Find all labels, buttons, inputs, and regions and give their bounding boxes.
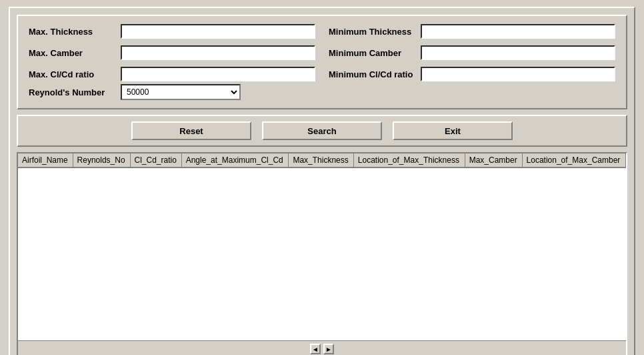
min-thickness-row: Minimum Thickness (329, 24, 615, 39)
min-thickness-label: Minimum Thickness (329, 27, 415, 37)
col-clcd-ratio: Cl_Cd_ratio (130, 153, 181, 167)
main-container: Max. Thickness Minimum Thickness Max. Ca… (9, 7, 635, 355)
results-table: Airfoil_Name Reynolds_No Cl_Cd_ratio Ang… (18, 153, 626, 168)
form-panel: Max. Thickness Minimum Thickness Max. Ca… (17, 15, 627, 109)
max-thickness-input[interactable] (121, 24, 315, 39)
reset-button[interactable]: Reset (131, 121, 251, 140)
max-thickness-row: Max. Thickness (29, 24, 315, 39)
table-panel: Airfoil_Name Reynolds_No Cl_Cd_ratio Ang… (17, 152, 627, 355)
scroll-right-button[interactable]: ► (323, 344, 334, 354)
reynolds-select[interactable]: 50000 100000 200000 500000 1000000 (121, 84, 241, 100)
col-max-camber: Max_Camber (465, 153, 522, 167)
min-camber-label: Minimum Camber (329, 48, 415, 58)
min-clcd-input[interactable] (421, 67, 615, 81)
max-camber-row: Max. Camber (29, 45, 315, 60)
table-scroll[interactable]: Airfoil_Name Reynolds_No Cl_Cd_ratio Ang… (18, 153, 626, 340)
max-clcd-row: Max. Cl/Cd ratio (29, 67, 315, 81)
col-airfoil-name: Airfoil_Name (18, 153, 73, 167)
col-max-thickness: Max_Thickness (289, 153, 353, 167)
max-clcd-label: Max. Cl/Cd ratio (29, 69, 115, 79)
reynolds-label: Reynold's Number (29, 87, 115, 97)
col-location-max-thickness: Location_of_Max_Thickness (353, 153, 465, 167)
min-clcd-label: Minimum Cl/Cd ratio (329, 69, 415, 79)
max-clcd-input[interactable] (121, 67, 315, 81)
max-camber-label: Max. Camber (29, 48, 115, 58)
exit-button[interactable]: Exit (393, 121, 513, 140)
col-location-max-camber: Location_of_Max_Camber (522, 153, 625, 167)
min-camber-row: Minimum Camber (329, 45, 615, 60)
buttons-panel: Reset Search Exit (17, 115, 627, 147)
scroll-left-button[interactable]: ◄ (310, 344, 321, 354)
search-button[interactable]: Search (262, 121, 382, 140)
max-thickness-label: Max. Thickness (29, 27, 115, 37)
min-clcd-row: Minimum Cl/Cd ratio (329, 67, 615, 81)
form-grid: Max. Thickness Minimum Thickness Max. Ca… (29, 24, 615, 81)
reynolds-row: Reynold's Number 50000 100000 200000 500… (29, 84, 615, 100)
table-header-row: Airfoil_Name Reynolds_No Cl_Cd_ratio Ang… (18, 153, 626, 167)
col-angle-max-clcd: Angle_at_Maximum_Cl_Cd (181, 153, 289, 167)
scrollbar-row: ◄ ► (18, 340, 626, 355)
col-reynolds-no: Reynolds_No (73, 153, 130, 167)
min-thickness-input[interactable] (421, 24, 615, 39)
min-camber-input[interactable] (421, 45, 615, 60)
max-camber-input[interactable] (121, 45, 315, 60)
